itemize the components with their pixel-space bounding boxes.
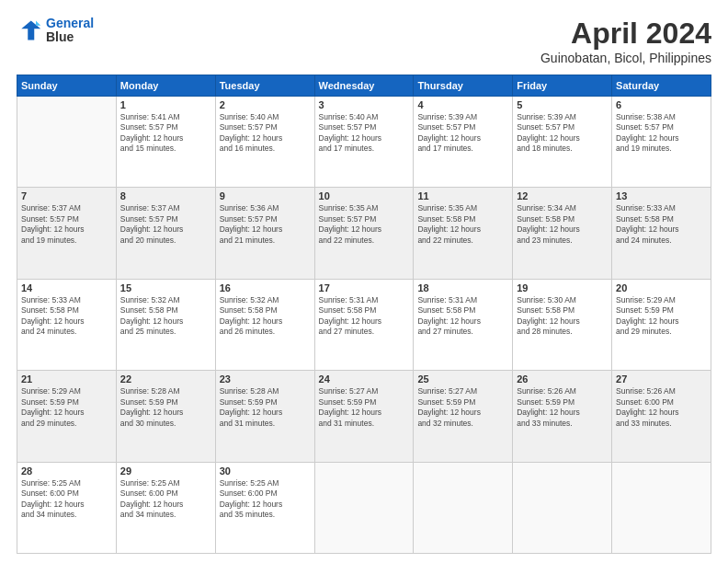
day-detail: Sunrise: 5:39 AMSunset: 5:57 PMDaylight:…: [517, 112, 608, 155]
day-detail: Sunrise: 5:27 AMSunset: 5:59 PMDaylight:…: [319, 386, 410, 429]
day-detail: Sunrise: 5:39 AMSunset: 5:57 PMDaylight:…: [417, 112, 508, 155]
logo-icon: [17, 17, 42, 43]
subtitle: Guinobatan, Bicol, Philippines: [540, 51, 711, 65]
day-number: 23: [220, 373, 311, 385]
day-detail: Sunrise: 5:35 AMSunset: 5:57 PMDaylight:…: [319, 203, 410, 246]
day-cell: 1Sunrise: 5:41 AMSunset: 5:57 PMDaylight…: [116, 97, 215, 188]
day-number: 17: [319, 282, 410, 293]
day-cell: 29Sunrise: 5:25 AMSunset: 6:00 PMDayligh…: [116, 462, 215, 553]
day-cell: [414, 462, 513, 553]
day-cell: 24Sunrise: 5:27 AMSunset: 5:59 PMDayligh…: [314, 371, 414, 462]
day-cell: 10Sunrise: 5:35 AMSunset: 5:57 PMDayligh…: [314, 188, 414, 279]
day-detail: Sunrise: 5:33 AMSunset: 5:58 PMDaylight:…: [616, 203, 707, 246]
page: General Blue April 2024 Guinobatan, Bico…: [0, 0, 728, 563]
day-detail: Sunrise: 5:27 AMSunset: 5:59 PMDaylight:…: [417, 386, 508, 429]
day-detail: Sunrise: 5:32 AMSunset: 5:58 PMDaylight:…: [120, 295, 211, 338]
day-cell: 16Sunrise: 5:32 AMSunset: 5:58 PMDayligh…: [215, 279, 314, 370]
day-detail: Sunrise: 5:30 AMSunset: 5:58 PMDaylight:…: [517, 295, 608, 338]
day-cell: 25Sunrise: 5:27 AMSunset: 5:59 PMDayligh…: [414, 371, 513, 462]
day-number: 5: [517, 99, 608, 110]
day-cell: [17, 97, 117, 188]
day-detail: Sunrise: 5:40 AMSunset: 5:57 PMDaylight:…: [220, 112, 311, 155]
day-detail: Sunrise: 5:41 AMSunset: 5:57 PMDaylight:…: [120, 112, 211, 155]
day-number: 1: [120, 99, 211, 110]
col-header-sunday: Sunday: [17, 75, 117, 97]
col-header-wednesday: Wednesday: [314, 75, 414, 97]
day-number: 12: [517, 190, 608, 201]
day-number: 27: [616, 373, 707, 385]
col-header-thursday: Thursday: [414, 75, 513, 97]
day-detail: Sunrise: 5:25 AMSunset: 6:00 PMDaylight:…: [220, 478, 311, 521]
day-number: 26: [517, 373, 608, 385]
day-cell: 7Sunrise: 5:37 AMSunset: 5:57 PMDaylight…: [17, 188, 117, 279]
col-header-tuesday: Tuesday: [215, 75, 314, 97]
calendar-table: SundayMondayTuesdayWednesdayThursdayFrid…: [17, 75, 711, 554]
day-cell: 27Sunrise: 5:26 AMSunset: 6:00 PMDayligh…: [612, 371, 711, 462]
logo-line1: General: [46, 16, 94, 30]
calendar-header-row: SundayMondayTuesdayWednesdayThursdayFrid…: [17, 75, 711, 97]
day-cell: [314, 462, 414, 553]
day-cell: 26Sunrise: 5:26 AMSunset: 5:59 PMDayligh…: [513, 371, 612, 462]
day-cell: 19Sunrise: 5:30 AMSunset: 5:58 PMDayligh…: [513, 279, 612, 370]
day-number: 14: [21, 282, 112, 293]
day-cell: 6Sunrise: 5:38 AMSunset: 5:57 PMDaylight…: [612, 97, 711, 188]
day-detail: Sunrise: 5:37 AMSunset: 5:57 PMDaylight:…: [120, 203, 211, 246]
day-cell: 2Sunrise: 5:40 AMSunset: 5:57 PMDaylight…: [215, 97, 314, 188]
day-number: 29: [120, 465, 211, 477]
col-header-monday: Monday: [116, 75, 215, 97]
day-cell: 14Sunrise: 5:33 AMSunset: 5:58 PMDayligh…: [17, 279, 117, 370]
day-number: 25: [417, 373, 508, 385]
day-cell: 22Sunrise: 5:28 AMSunset: 5:59 PMDayligh…: [116, 371, 215, 462]
day-detail: Sunrise: 5:25 AMSunset: 6:00 PMDaylight:…: [120, 478, 211, 521]
day-detail: Sunrise: 5:38 AMSunset: 5:57 PMDaylight:…: [616, 112, 707, 155]
day-detail: Sunrise: 5:31 AMSunset: 5:58 PMDaylight:…: [417, 295, 508, 338]
day-cell: 8Sunrise: 5:37 AMSunset: 5:57 PMDaylight…: [116, 188, 215, 279]
svg-marker-1: [36, 21, 40, 26]
day-number: 30: [220, 465, 311, 477]
day-cell: 12Sunrise: 5:34 AMSunset: 5:58 PMDayligh…: [513, 188, 612, 279]
day-number: 20: [616, 282, 707, 293]
week-row-5: 28Sunrise: 5:25 AMSunset: 6:00 PMDayligh…: [17, 462, 711, 553]
day-number: 16: [220, 282, 311, 293]
day-number: 3: [319, 99, 410, 110]
day-number: 7: [21, 190, 112, 201]
day-cell: 11Sunrise: 5:35 AMSunset: 5:58 PMDayligh…: [414, 188, 513, 279]
day-detail: Sunrise: 5:32 AMSunset: 5:58 PMDaylight:…: [220, 295, 311, 338]
day-detail: Sunrise: 5:26 AMSunset: 6:00 PMDaylight:…: [616, 386, 707, 429]
day-cell: 20Sunrise: 5:29 AMSunset: 5:59 PMDayligh…: [612, 279, 711, 370]
week-row-3: 14Sunrise: 5:33 AMSunset: 5:58 PMDayligh…: [17, 279, 711, 370]
week-row-4: 21Sunrise: 5:29 AMSunset: 5:59 PMDayligh…: [17, 371, 711, 462]
day-number: 18: [417, 282, 508, 293]
col-header-friday: Friday: [513, 75, 612, 97]
day-number: 2: [220, 99, 311, 110]
day-detail: Sunrise: 5:31 AMSunset: 5:58 PMDaylight:…: [319, 295, 410, 338]
logo-text: General Blue: [46, 17, 94, 45]
day-detail: Sunrise: 5:28 AMSunset: 5:59 PMDaylight:…: [120, 386, 211, 429]
day-number: 8: [120, 190, 211, 201]
day-cell: 13Sunrise: 5:33 AMSunset: 5:58 PMDayligh…: [612, 188, 711, 279]
week-row-2: 7Sunrise: 5:37 AMSunset: 5:57 PMDaylight…: [17, 188, 711, 279]
day-number: 10: [319, 190, 410, 201]
day-cell: 30Sunrise: 5:25 AMSunset: 6:00 PMDayligh…: [215, 462, 314, 553]
day-cell: 9Sunrise: 5:36 AMSunset: 5:57 PMDaylight…: [215, 188, 314, 279]
day-number: 13: [616, 190, 707, 201]
day-cell: 23Sunrise: 5:28 AMSunset: 5:59 PMDayligh…: [215, 371, 314, 462]
day-number: 9: [220, 190, 311, 201]
title-block: April 2024 Guinobatan, Bicol, Philippine…: [540, 17, 711, 65]
day-cell: [513, 462, 612, 553]
logo: General Blue: [17, 17, 94, 45]
day-detail: Sunrise: 5:35 AMSunset: 5:58 PMDaylight:…: [417, 203, 508, 246]
day-detail: Sunrise: 5:36 AMSunset: 5:57 PMDaylight:…: [220, 203, 311, 246]
day-detail: Sunrise: 5:29 AMSunset: 5:59 PMDaylight:…: [616, 295, 707, 338]
day-detail: Sunrise: 5:25 AMSunset: 6:00 PMDaylight:…: [21, 478, 112, 521]
day-cell: 18Sunrise: 5:31 AMSunset: 5:58 PMDayligh…: [414, 279, 513, 370]
col-header-saturday: Saturday: [612, 75, 711, 97]
day-cell: 15Sunrise: 5:32 AMSunset: 5:58 PMDayligh…: [116, 279, 215, 370]
main-title: April 2024: [540, 17, 711, 51]
day-detail: Sunrise: 5:26 AMSunset: 5:59 PMDaylight:…: [517, 386, 608, 429]
day-detail: Sunrise: 5:40 AMSunset: 5:57 PMDaylight:…: [319, 112, 410, 155]
day-number: 15: [120, 282, 211, 293]
day-detail: Sunrise: 5:34 AMSunset: 5:58 PMDaylight:…: [517, 203, 608, 246]
day-detail: Sunrise: 5:29 AMSunset: 5:59 PMDaylight:…: [21, 386, 112, 429]
day-number: 22: [120, 373, 211, 385]
